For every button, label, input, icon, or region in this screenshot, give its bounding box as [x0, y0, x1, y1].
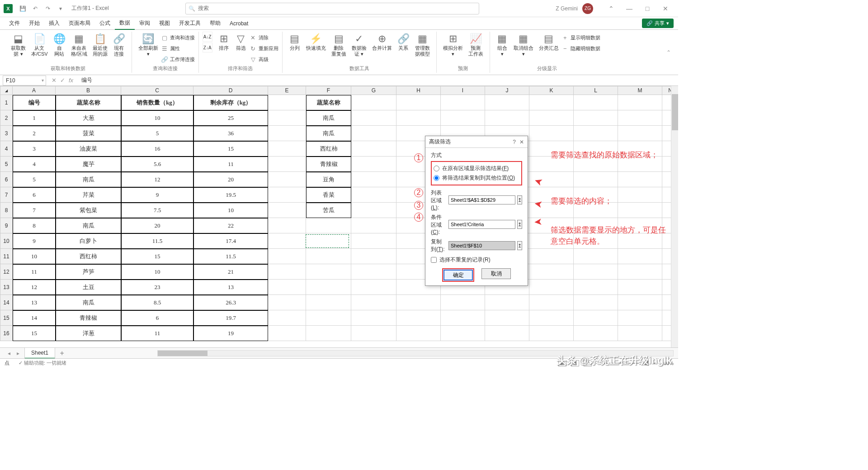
cell[interactable]: 南瓜: [306, 126, 351, 141]
cell[interactable]: 10: [13, 249, 56, 264]
range-picker-icon[interactable]: ↥: [517, 220, 522, 229]
ok-button[interactable]: 确定: [443, 270, 473, 280]
cell[interactable]: 10: [121, 110, 193, 126]
cell[interactable]: [306, 249, 351, 264]
cell[interactable]: [485, 310, 529, 326]
cell[interactable]: [441, 310, 485, 326]
col-header[interactable]: K: [529, 86, 574, 95]
ribbon-collapse-icon[interactable]: ⌃: [664, 32, 674, 73]
cell[interactable]: [306, 218, 351, 233]
cell[interactable]: 蔬菜名称: [306, 95, 351, 110]
row-header[interactable]: 11: [0, 249, 13, 264]
row-header[interactable]: 8: [0, 203, 13, 218]
cell[interactable]: [618, 295, 662, 310]
row-header[interactable]: 4: [0, 141, 13, 157]
cell[interactable]: [351, 141, 396, 157]
cell[interactable]: [268, 157, 306, 172]
cell[interactable]: 12: [121, 172, 193, 187]
btn-hide-detail[interactable]: −隐藏明细数据: [561, 43, 600, 53]
tab-help[interactable]: 帮助: [205, 17, 225, 30]
cell[interactable]: 19.7: [193, 310, 268, 326]
col-header[interactable]: A: [13, 86, 56, 95]
cell[interactable]: [268, 110, 306, 126]
qat-undo[interactable]: ↶: [29, 2, 42, 15]
cell[interactable]: [351, 187, 396, 203]
fx-cancel-icon[interactable]: ✕: [52, 77, 57, 84]
cell[interactable]: 菠菜: [56, 126, 121, 141]
select-all[interactable]: ◢: [0, 86, 13, 95]
cell[interactable]: [618, 280, 662, 295]
col-header[interactable]: D: [193, 86, 268, 95]
btn-existing[interactable]: 🔗现有连接: [110, 32, 128, 58]
cell[interactable]: [574, 310, 618, 326]
cell[interactable]: 蔬菜名称: [56, 95, 121, 110]
btn-sort-asc[interactable]: A↓Z: [203, 32, 212, 42]
cell[interactable]: [441, 326, 485, 341]
btn-links[interactable]: 🔗工作簿连接: [161, 54, 195, 64]
cell[interactable]: [529, 326, 574, 341]
col-header[interactable]: G: [351, 86, 396, 95]
range-picker-icon[interactable]: ↥: [517, 195, 522, 204]
cell[interactable]: [441, 295, 485, 310]
share-button[interactable]: 🔗 共享 ▾: [642, 19, 674, 28]
cell[interactable]: 16: [121, 141, 193, 157]
cell[interactable]: [574, 295, 618, 310]
row-header[interactable]: 16: [0, 326, 13, 341]
cell[interactable]: 13: [13, 295, 56, 310]
cell[interactable]: [306, 280, 351, 295]
cell[interactable]: 36: [193, 126, 268, 141]
cell[interactable]: [351, 203, 396, 218]
cell[interactable]: 芹菜: [56, 187, 121, 203]
sheet-nav-next[interactable]: ▸: [14, 350, 23, 356]
cell[interactable]: [268, 203, 306, 218]
cell[interactable]: 3: [13, 141, 56, 157]
cell[interactable]: [268, 295, 306, 310]
cell[interactable]: [485, 95, 529, 110]
cell[interactable]: [618, 95, 662, 110]
cell[interactable]: 8: [13, 218, 56, 233]
col-header[interactable]: E: [268, 86, 306, 95]
cell[interactable]: 21: [193, 264, 268, 280]
cell[interactable]: [618, 126, 662, 141]
cell[interactable]: 25: [193, 110, 268, 126]
cell[interactable]: [485, 110, 529, 126]
cell[interactable]: [268, 126, 306, 141]
cell[interactable]: 14: [13, 310, 56, 326]
col-header[interactable]: L: [574, 86, 618, 95]
cell[interactable]: [268, 141, 306, 157]
cell[interactable]: [529, 249, 574, 264]
dialog-close-icon[interactable]: ✕: [519, 139, 524, 145]
cell[interactable]: 西红柿: [306, 141, 351, 157]
cell[interactable]: [441, 95, 485, 110]
cell[interactable]: [351, 95, 396, 110]
input-list-range[interactable]: [448, 195, 515, 204]
sheet-nav-prev[interactable]: ◂: [5, 350, 14, 356]
tab-data[interactable]: 数据: [115, 17, 135, 30]
cell[interactable]: [306, 295, 351, 310]
cell[interactable]: 26.3: [193, 295, 268, 310]
cell[interactable]: 5: [13, 172, 56, 187]
cell[interactable]: [574, 172, 618, 187]
cell[interactable]: [618, 249, 662, 264]
btn-group[interactable]: ▦组合▾: [494, 32, 511, 58]
cell[interactable]: [574, 264, 618, 280]
cell[interactable]: [529, 264, 574, 280]
cell[interactable]: [268, 172, 306, 187]
cell[interactable]: [618, 110, 662, 126]
formula-input[interactable]: 编号: [79, 76, 678, 84]
cell[interactable]: 8.5: [121, 295, 193, 310]
cancel-button[interactable]: 取消: [481, 268, 511, 279]
col-header[interactable]: B: [56, 86, 121, 95]
cell[interactable]: 青辣椒: [306, 157, 351, 172]
cell[interactable]: [618, 264, 662, 280]
sheet-tab[interactable]: Sheet1: [24, 348, 55, 359]
cell[interactable]: 香菜: [306, 187, 351, 203]
cell[interactable]: 剩余库存（kg）: [193, 95, 268, 110]
cell[interactable]: 23: [121, 280, 193, 295]
name-box[interactable]: F10: [3, 76, 46, 85]
col-header[interactable]: H: [396, 86, 441, 95]
cell[interactable]: [268, 280, 306, 295]
cell[interactable]: [268, 310, 306, 326]
search-input[interactable]: 🔍 搜索: [185, 3, 479, 14]
cell[interactable]: 2: [13, 126, 56, 141]
